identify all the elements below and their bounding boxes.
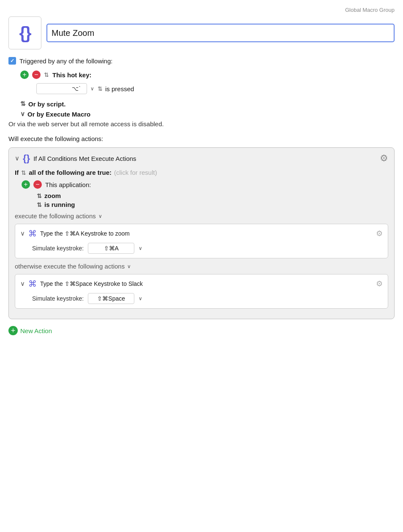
otherwise-arrow[interactable]: ∨ xyxy=(127,263,131,269)
app-label: This application: xyxy=(45,181,91,188)
global-group-label: Global Macro Group xyxy=(8,7,395,13)
action2-collapse-icon[interactable]: ∨ xyxy=(20,280,25,288)
otherwise-label: otherwise execute the following actions xyxy=(15,263,125,270)
app-name-label: zoom xyxy=(44,192,61,199)
new-action-label: New Action xyxy=(20,327,52,334)
app-remove-button[interactable]: − xyxy=(33,180,42,189)
will-execute-label: Will execute the following actions: xyxy=(8,135,395,142)
is-pressed-stepper-icon[interactable]: ⇅ xyxy=(98,85,103,92)
action1-keystroke-box[interactable]: ⇧⌘A xyxy=(88,243,134,254)
action2-keystroke-arrow[interactable]: ∨ xyxy=(139,296,142,301)
script-chevron-icon[interactable]: ⇅ xyxy=(20,100,26,108)
web-server-text: Or via the web server but all remote acc… xyxy=(8,120,395,128)
hotkey-label: This hot key: xyxy=(52,71,92,79)
app-name-stepper-icon[interactable]: ⇅ xyxy=(37,193,42,199)
new-action-add-button[interactable]: + xyxy=(8,326,18,335)
all-of-label: all of the following are true: xyxy=(29,169,112,176)
macro-name-input[interactable] xyxy=(46,24,395,42)
execute-following-arrow[interactable]: ∨ xyxy=(98,213,102,219)
action1-simulate-label: Simulate keystroke: xyxy=(32,245,84,252)
action1-collapse-icon[interactable]: ∨ xyxy=(20,230,25,237)
triggered-label: Triggered by any of the following: xyxy=(19,57,112,65)
action1-icon: ⌘ xyxy=(28,228,37,239)
hotkey-add-button[interactable]: + xyxy=(20,71,29,79)
condition-gear-icon[interactable]: ⚙ xyxy=(380,153,388,164)
triggered-checkbox[interactable] xyxy=(8,57,16,65)
action2-gear-icon[interactable]: ⚙ xyxy=(376,279,383,288)
actions-container: ∨ {} If All Conditions Met Execute Actio… xyxy=(8,147,395,319)
action2-simulate-label: Simulate keystroke: xyxy=(32,295,84,302)
new-action-row[interactable]: + New Action xyxy=(8,326,395,335)
execute-macro-chevron-icon[interactable]: ∨ xyxy=(20,110,25,118)
action-block-1: ∨ ⌘ Type the ⇧⌘A Keystroke to zoom ⚙ Sim… xyxy=(15,224,388,258)
action-block-2: ∨ ⌘ Type the ⇧⌘Space Keystroke to Slack … xyxy=(15,274,388,309)
condition-block-icon: {} xyxy=(23,153,30,164)
app-state-label: is running xyxy=(44,201,75,208)
condition-title: If All Conditions Met Execute Actions xyxy=(33,155,376,162)
action2-title: Type the ⇧⌘Space Keystroke to Slack xyxy=(40,280,373,287)
or-by-execute-label: Or by Execute Macro xyxy=(27,111,90,118)
action2-keystroke-box[interactable]: ⇧⌘Space xyxy=(88,293,134,304)
action1-keystroke-arrow[interactable]: ∨ xyxy=(139,245,142,251)
logo-box: {} xyxy=(8,16,41,49)
or-by-script-label: Or by script. xyxy=(28,100,65,108)
click-result-label[interactable]: (click for result) xyxy=(114,169,157,176)
if-stepper-icon[interactable]: ⇅ xyxy=(21,169,26,176)
is-pressed-label: is pressed xyxy=(105,85,134,92)
action1-gear-icon[interactable]: ⚙ xyxy=(376,229,383,238)
if-label: If xyxy=(15,169,19,176)
hotkey-stepper-icon[interactable]: ⇅ xyxy=(44,71,49,78)
execute-following-label: execute the following actions xyxy=(15,212,96,220)
app-logo-icon: {} xyxy=(19,24,30,43)
hotkey-dropdown-arrow[interactable]: ∨ xyxy=(90,86,94,92)
hotkey-key-input[interactable]: ⌥` xyxy=(36,83,87,94)
app-add-button[interactable]: + xyxy=(22,180,30,189)
condition-collapse-icon[interactable]: ∨ xyxy=(15,155,19,162)
action1-title: Type the ⇧⌘A Keystroke to zoom xyxy=(40,230,373,237)
app-state-stepper-icon[interactable]: ⇅ xyxy=(37,201,42,208)
action2-icon: ⌘ xyxy=(28,279,37,289)
hotkey-remove-button[interactable]: − xyxy=(32,71,41,79)
